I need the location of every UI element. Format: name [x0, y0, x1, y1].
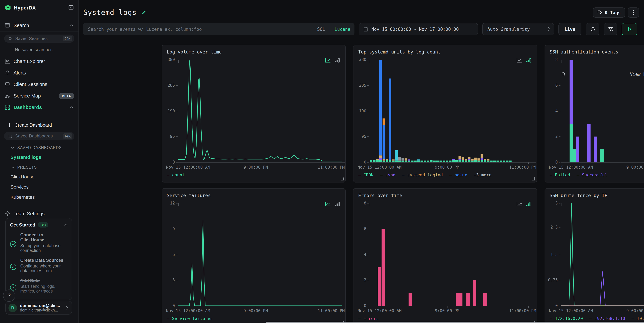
- bar-segment-cron: [478, 160, 480, 162]
- legend-item-cron[interactable]: —CRON: [358, 172, 374, 177]
- line-view-icon[interactable]: [325, 58, 331, 63]
- x-axis-label-middle: 9:00:00 PM: [626, 308, 644, 313]
- bar-segment-cron: [389, 160, 391, 162]
- group-presets[interactable]: PRESETS: [11, 165, 78, 169]
- y-axis-tick: [176, 111, 178, 111]
- legend-label: 172.16.0.20: [555, 316, 583, 321]
- legend-item-systemd-logind[interactable]: —systemd-logind: [402, 172, 443, 177]
- sql-mode-toggle[interactable]: SQL: [317, 27, 325, 32]
- y-axis-tick-label: 190: [355, 109, 366, 113]
- group-label: SAVED DASHBOARDS: [17, 146, 62, 150]
- main-content: Systemd logs 0 Tags SQL |: [78, 0, 644, 323]
- create-dashboard-button[interactable]: Create Dashboard: [0, 121, 78, 129]
- bar-segment-other-cyan: [395, 150, 398, 161]
- group-saved-dashboards[interactable]: SAVED DASHBOARDS: [11, 146, 78, 150]
- line-view-icon[interactable]: [516, 201, 522, 206]
- bar-view-icon[interactable]: [334, 201, 340, 206]
- chart-legend: —Service failures: [167, 316, 213, 321]
- view-events-link[interactable]: View Events: [561, 72, 644, 77]
- legend-item-failed[interactable]: —Failed: [550, 172, 570, 177]
- collapse-sidebar-icon[interactable]: [68, 5, 74, 10]
- legend-swatch: —: [590, 316, 592, 321]
- legend-item-successful[interactable]: —Successful: [576, 172, 607, 177]
- x-axis-label-middle: 9:00:00 PM: [244, 165, 268, 170]
- help-button[interactable]: ?: [3, 289, 15, 302]
- y-axis-tick: [176, 306, 178, 306]
- legend-item-10-0-0-5[interactable]: —10.0.0.5: [632, 316, 644, 321]
- line-view-icon[interactable]: [516, 58, 522, 63]
- lucene-mode-toggle[interactable]: Lucene: [334, 27, 350, 32]
- time-range-picker[interactable]: Nov 15 00:00:00 - Nov 17 00:00:00: [359, 23, 478, 35]
- granularity-select[interactable]: Auto Granularity: [482, 23, 554, 35]
- event-search-input[interactable]: [87, 26, 314, 32]
- chart-title: SSH brute force by IP: [550, 193, 607, 198]
- bar-view-icon[interactable]: [526, 201, 531, 206]
- x-axis-label-start: Nov 15 12:00:00 AM: [166, 165, 210, 170]
- legend-item-count[interactable]: —count: [167, 172, 185, 177]
- legend-item-sshd[interactable]: —sshd: [380, 172, 396, 177]
- legend-item-172-16-0-20[interactable]: —172.16.0.20: [550, 316, 583, 321]
- legend-swatch: —: [167, 316, 169, 321]
- saved-searches-placeholder: Saved Searches: [15, 36, 60, 41]
- saved-searches-input[interactable]: Saved Searches ⌘K: [4, 35, 74, 43]
- chevron-down-icon: [11, 146, 14, 149]
- search-section-header[interactable]: Search: [0, 20, 78, 31]
- horizontal-scrollbar[interactable]: [266, 322, 644, 323]
- sidebar-item-chart-explorer[interactable]: Chart Explorer: [0, 56, 78, 67]
- sidebar-item-team-settings[interactable]: Team Settings: [0, 208, 78, 219]
- sidebar-item-label: Alerts: [14, 70, 74, 76]
- sidebar-item-client-sessions[interactable]: Client Sessions: [0, 79, 78, 90]
- filter-button[interactable]: [604, 23, 617, 35]
- series-172-16-0-20: [561, 203, 644, 306]
- sidebar-item-service-map[interactable]: Service Map BETA: [0, 90, 78, 102]
- bar-segment-systemd-logind: [405, 158, 407, 161]
- get-started-step-connect[interactable]: Connect to ClickHouse Set up your databa…: [10, 232, 68, 253]
- panel-resize-handle[interactable]: [532, 177, 535, 180]
- bar-segment-successful: [576, 137, 580, 162]
- dashboard-item-systemd-logs[interactable]: Systemd logs: [10, 154, 78, 160]
- legend-item-errors[interactable]: —Errors: [358, 316, 379, 321]
- legend-item-service-failures[interactable]: —Service failures: [167, 316, 213, 321]
- legend-item-nginx[interactable]: —nginx: [449, 172, 467, 177]
- live-button[interactable]: Live: [558, 23, 582, 35]
- bar-segment-cron: [417, 160, 420, 162]
- edit-title-icon[interactable]: [141, 10, 146, 15]
- y-axis-tick: [559, 280, 560, 280]
- sidebar-item-dashboards[interactable]: Dashboards: [0, 102, 78, 113]
- legend-item-192-168-1-10[interactable]: —192.168.1.10: [590, 316, 625, 321]
- user-menu[interactable]: D dominic.tran@clic... dominic.tran@clic…: [6, 301, 72, 314]
- saved-dashboards-input[interactable]: Saved Dashboards ⌘K: [4, 132, 74, 140]
- x-axis-tick: [638, 306, 639, 308]
- line-view-icon[interactable]: [325, 201, 331, 206]
- tags-button[interactable]: 0 Tags: [593, 8, 625, 18]
- chevron-right-icon: [66, 306, 68, 310]
- legend-label: count: [172, 172, 185, 177]
- legend-label: systemd-logind: [407, 172, 443, 177]
- panel-top-systemd-units-by-log-count: Top systemd units by log count0951902853…: [353, 45, 537, 182]
- bar-segment-cron: [496, 160, 499, 162]
- bar-segment-cron: [452, 160, 454, 162]
- run-query-button[interactable]: [622, 23, 637, 35]
- dashboard-item-services[interactable]: Services: [10, 184, 78, 190]
- get-started-step-sources[interactable]: Create Data Sources Configure where your…: [10, 258, 68, 273]
- sidebar-item-alerts[interactable]: Alerts: [0, 67, 78, 79]
- bar-segment-systemd-logind: [382, 159, 385, 161]
- search-icon: [8, 134, 12, 138]
- refresh-button[interactable]: [586, 23, 599, 35]
- bar-segment-failed: [600, 149, 604, 162]
- bar-segment-cron: [503, 160, 505, 162]
- bar-view-icon[interactable]: [526, 58, 531, 63]
- panel-resize-handle[interactable]: [340, 177, 344, 180]
- dashboard-menu-button[interactable]: [628, 8, 639, 18]
- legend-more-link[interactable]: +3 more: [474, 172, 492, 177]
- y-axis-tick-label: 8: [546, 57, 558, 62]
- chart-legend: —count: [167, 172, 185, 177]
- bar-view-icon[interactable]: [334, 58, 340, 63]
- dashboard-item-kubernetes[interactable]: Kubernetes: [10, 194, 78, 200]
- chevron-down-icon: [11, 166, 14, 168]
- bar-segment-systemd-logind: [487, 159, 490, 160]
- bar-segment-cron: [446, 160, 448, 162]
- dashboard-item-clickhouse[interactable]: ClickHouse: [10, 174, 78, 179]
- get-started-step-add-data[interactable]: Add Data Start sending logs, metrics, or…: [10, 278, 68, 294]
- chevron-up-icon[interactable]: [64, 223, 68, 226]
